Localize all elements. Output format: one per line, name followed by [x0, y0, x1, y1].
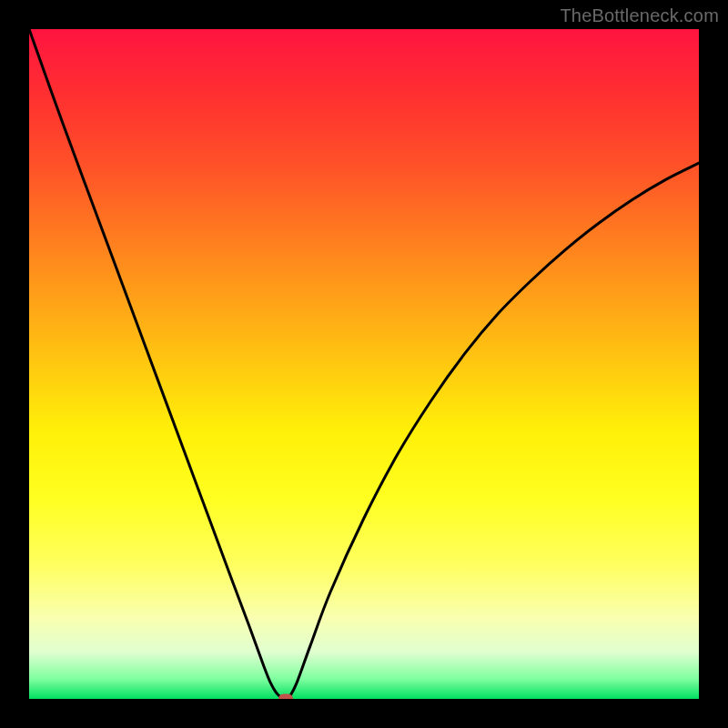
curve-svg	[29, 29, 699, 699]
frame	[0, 0, 29, 728]
chart-plot-area	[29, 29, 699, 699]
frame	[699, 0, 728, 728]
attribution-text: TheBottleneck.com	[560, 5, 719, 26]
bottleneck-curve	[29, 29, 699, 699]
frame	[0, 699, 728, 728]
